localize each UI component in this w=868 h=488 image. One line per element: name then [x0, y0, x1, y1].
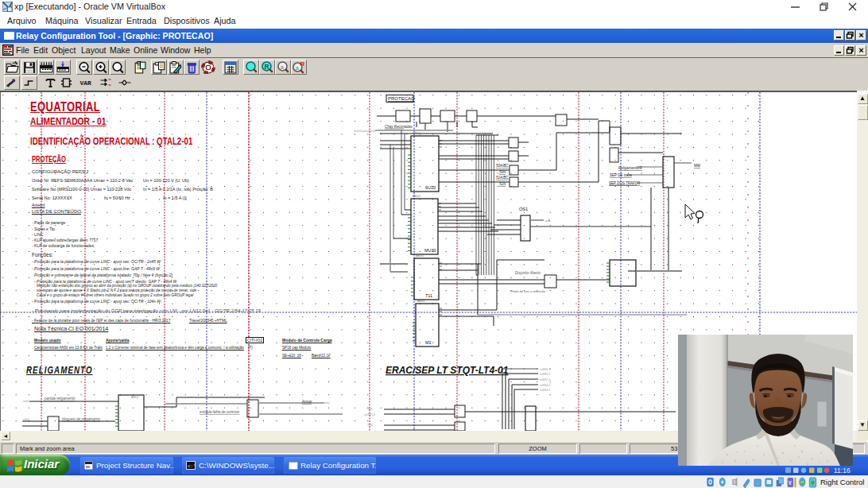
- svg-text:xxITR1.3: xxITR1.3: [364, 413, 375, 416]
- svg-text:AND1: AND1: [131, 396, 138, 399]
- svg-text:AB0x1: AB0x1: [416, 254, 424, 258]
- svg-text:xx02: xx02: [23, 418, 29, 421]
- svg-text:VAR: VAR: [80, 79, 92, 87]
- svg-text:xx01: xx01: [23, 400, 29, 403]
- svg-text:11:16: 11:16: [834, 467, 851, 474]
- svg-text:xxER4.3: xxER4.3: [540, 378, 550, 381]
- svg-text:xxER4.1: xxER4.1: [540, 368, 550, 371]
- svg-text:Avisar: Avisar: [301, 400, 312, 404]
- svg-text:xxER4.5: xxER4.5: [540, 389, 550, 392]
- svg-text:PROTECAO: PROTECAO: [388, 96, 415, 101]
- svg-text:TR2: TR2: [367, 424, 373, 427]
- svg-text:MU30: MU30: [424, 248, 436, 253]
- svg-text:50N: 50N: [499, 170, 506, 174]
- svg-text:bloqueio de religamento: bloqueio de religamento: [62, 417, 101, 421]
- svg-text:xxER4.2: xxER4.2: [540, 373, 550, 376]
- svg-text:50A/BC: 50A/BC: [496, 164, 509, 168]
- svg-text:R: R: [265, 63, 269, 71]
- svg-text:TR1: TR1: [367, 408, 373, 411]
- svg-text:ERAC/SEP LT STQT-LT4-01: ERAC/SEP LT STQT-LT4-01: [386, 365, 509, 376]
- svg-text:AB0x1: AB0x1: [417, 300, 425, 303]
- svg-text:V: V: [789, 479, 792, 486]
- svg-text:SEP DOS TRAFOS: SEP DOS TRAFOS: [609, 181, 640, 185]
- svg-text:M1: M1: [425, 340, 432, 345]
- svg-text:6U10: 6U10: [425, 185, 436, 190]
- svg-text:MW: MW: [694, 164, 701, 168]
- svg-text:c:\: c:\: [188, 463, 196, 469]
- svg-text:xxER4.4: xxER4.4: [540, 384, 550, 387]
- svg-text:= B: = B: [545, 219, 550, 223]
- svg-text:SEP DE trava: SEP DE trava: [610, 173, 632, 177]
- svg-text:R: R: [300, 60, 305, 68]
- svg-text:51N: 51N: [499, 182, 506, 186]
- svg-text:OS1: OS1: [519, 207, 528, 211]
- svg-text:51A/BC: 51A/BC: [496, 176, 509, 180]
- svg-text:Pente de seis a inversão: Pente de seis a inversão: [510, 289, 546, 293]
- svg-text:partida religamento: partida religamento: [44, 397, 76, 401]
- svg-text:entrada falha de controle: entrada falha de controle: [200, 410, 239, 414]
- svg-text:Chay Recortadas: Chay Recortadas: [385, 125, 413, 129]
- svg-text:T11: T11: [425, 293, 432, 298]
- svg-text:AB0x1: AB0x1: [413, 132, 420, 135]
- svg-text:AB0x1: AB0x1: [413, 195, 420, 198]
- svg-text:Disjuntor Aberto: Disjuntor Aberto: [515, 271, 541, 275]
